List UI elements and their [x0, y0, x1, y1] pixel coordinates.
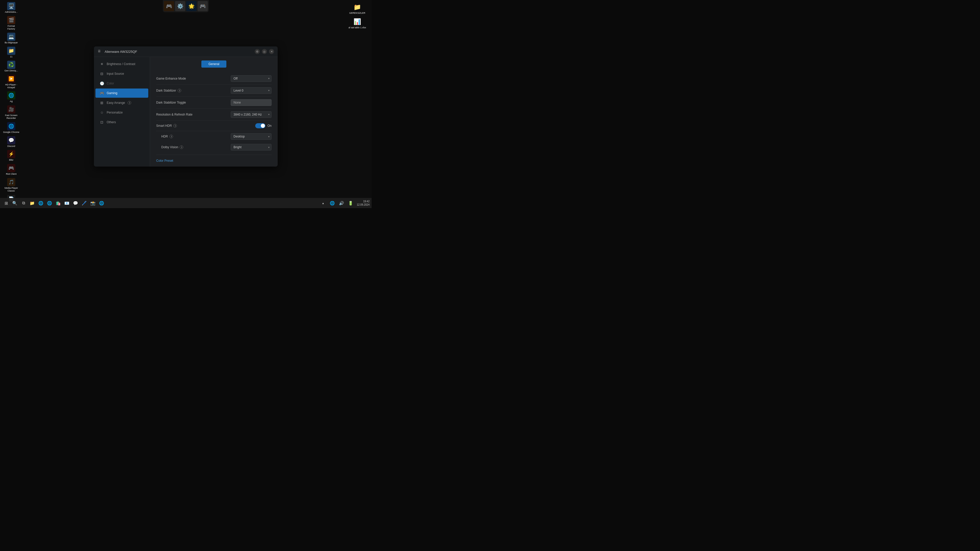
desktop-icon-discord[interactable]: 💬 Discord — [1, 135, 21, 149]
game-enhance-mode-dropdown[interactable]: Off FPS RTS RPG — [231, 75, 272, 82]
resolution-refresh-rate-label: Resolution & Refresh Rate — [156, 113, 192, 116]
taskbar-edge[interactable]: 🌐 — [37, 199, 45, 207]
resolution-refresh-rate-dropdown[interactable]: 3840 x 2160, 240 Hz 2560 x 1440, 240 Hz … — [231, 111, 272, 118]
close-button[interactable]: ✕ — [269, 49, 274, 54]
dark-stabilizer-toggle-row: Dark Stabilizer Toggle None — [156, 97, 272, 109]
desktop-icons-right: 📁 GEREKSİZLER 📊 al sat tablo 1.xlsx — [346, 0, 369, 32]
top-pinned-apps: 🎮 ⚙️ 🌟 🎮 — [163, 0, 209, 12]
clock-time: 19:42 — [357, 200, 369, 203]
search-taskbar-icon[interactable]: 🔍 — [11, 199, 19, 207]
tray-volume[interactable]: 🔊 — [337, 199, 345, 207]
hdr-info-icon[interactable]: ℹ — [169, 135, 173, 138]
hdr-dropdown[interactable]: Desktop Display HDR HDR Gaming — [231, 133, 272, 140]
dolby-vision-dropdown-wrapper: Bright Dark Vivid — [231, 144, 272, 151]
taskbar-chrome[interactable]: 🌐 — [45, 199, 54, 207]
info-button[interactable]: ◎ — [262, 49, 267, 54]
desktop-icon-al-sat[interactable]: 📊 al sat tablo 1.xlsx — [347, 17, 368, 30]
easy-arrange-info-icon[interactable]: ℹ — [127, 101, 131, 105]
clock-date: 12.09.2024 — [357, 203, 369, 206]
color-icon: 🕐 — [100, 81, 104, 86]
desktop-icon-geri-donusum[interactable]: ♻️ Geri Dönüş... — [1, 60, 21, 73]
resolution-refresh-rate-dropdown-wrapper: 3840 x 2160, 240 Hz 2560 x 1440, 240 Hz … — [231, 111, 272, 118]
sidebar-item-color: 🕐 Color — [95, 79, 148, 88]
desktop-icon-administrator[interactable]: 🖥️ Administra... — [1, 1, 21, 14]
sidebar-item-personalize[interactable]: ☆ Personalize — [95, 108, 148, 117]
dark-stabilizer-control: Level 0 Level 1 Level 2 Level 3 — [231, 87, 272, 94]
dark-stabilizer-row: Dark Stabilizer ℹ Level 0 Level 1 Level … — [156, 85, 272, 97]
personalize-icon: ☆ — [100, 110, 104, 114]
taskbar-explorer[interactable]: 📁 — [28, 199, 36, 207]
sidebar-item-others[interactable]: ⊡ Others — [95, 118, 148, 127]
desktop-icon-riot[interactable]: 🎮 Riot Client — [1, 163, 21, 176]
dark-stabilizer-toggle-value: None — [231, 99, 272, 106]
dialog-titlebar: 🖥 Alienware AW3225QF ⚙ ◎ ✕ — [94, 46, 278, 57]
resolution-refresh-rate-control: 3840 x 2160, 240 Hz 2560 x 1440, 240 Hz … — [231, 111, 272, 118]
taskbar-browser2[interactable]: 🌐 — [97, 199, 106, 207]
taskbar-screenshot[interactable]: 📸 — [89, 199, 97, 207]
tray-chevron[interactable]: ▲ — [319, 199, 327, 207]
settings-button[interactable]: ⚙ — [255, 49, 260, 54]
taskbar: ⊞ 🔍 ⧉ 📁 🌐 🌐 🛍️ 📧 💬 🖊️ 📸 🌐 ▲ 🌐 🔊 🔋 — [0, 198, 372, 208]
smart-hdr-toggle[interactable] — [255, 123, 266, 128]
smart-hdr-info-icon[interactable]: ℹ — [173, 124, 177, 127]
easy-arrange-icon: ⊞ — [100, 101, 104, 105]
dialog-title-left: 🖥 Alienware AW3225QF — [97, 49, 137, 54]
brightness-icon: ☀ — [100, 62, 104, 66]
desktop-icons-left: 🖥️ Administra... 🎬 FormatFactory 💻 Bu bi… — [0, 0, 25, 208]
sidebar-item-gaming[interactable]: 🎮 Gaming — [95, 89, 148, 98]
sidebar-item-brightness[interactable]: ☀ Brightness / Contrast — [95, 59, 148, 68]
taskbar-right: ▲ 🌐 🔊 🔋 19:42 12.09.2024 — [319, 199, 369, 207]
dialog-main-content: General Game Enhance Mode Off FPS RTS — [150, 57, 278, 167]
monitor-icon: 🖥 — [97, 49, 103, 54]
tray-network[interactable]: 🌐 — [328, 199, 336, 207]
desktop-icon-bu-bilgisayar[interactable]: 💻 Bu bilgisayar — [1, 32, 21, 45]
general-tab-button[interactable]: General — [201, 60, 227, 68]
task-view-icon[interactable]: ⧉ — [19, 199, 27, 207]
tray-battery[interactable]: 🔋 — [347, 199, 355, 207]
resolution-refresh-rate-row: Resolution & Refresh Rate 3840 x 2160, 2… — [156, 109, 272, 121]
taskbar-onenote[interactable]: 🖊️ — [80, 199, 88, 207]
desktop-icon-media-player[interactable]: 🎵 Media Player Classic — [1, 177, 21, 193]
desktop-icon-format-factory[interactable]: 🎬 FormatFactory — [1, 15, 21, 32]
game-enhance-mode-control: Off FPS RTS RPG — [231, 75, 272, 82]
sidebar-item-input-source[interactable]: ⊟ Input Source — [95, 69, 148, 78]
taskbar-mail[interactable]: 📧 — [63, 199, 71, 207]
desktop-icon-google-chrome[interactable]: 🌐 Google Chrome — [1, 121, 21, 135]
content-body: Game Enhance Mode Off FPS RTS RPG — [150, 70, 278, 167]
clock[interactable]: 19:42 12.09.2024 — [357, 200, 369, 206]
smart-hdr-row: Smart HDR ℹ On — [156, 121, 272, 131]
game-enhance-mode-row: Game Enhance Mode Off FPS RTS RPG — [156, 73, 272, 85]
taskbar-discord[interactable]: 💬 — [72, 199, 80, 207]
input-source-icon: ⊟ — [100, 72, 104, 76]
top-app-star-wars[interactable]: 🌟 — [186, 1, 197, 11]
dialog-body: ☀ Brightness / Contrast ⊟ Input Source 🕐… — [94, 57, 278, 167]
dark-stabilizer-dropdown[interactable]: Level 0 Level 1 Level 2 Level 3 — [231, 87, 272, 94]
hdr-label: HDR ℹ — [161, 135, 173, 138]
dolby-vision-control: Bright Dark Vivid — [231, 144, 272, 151]
game-enhance-mode-dropdown-wrapper: Off FPS RTS RPG — [231, 75, 272, 82]
dark-stabilizer-info-icon[interactable]: ℹ — [178, 89, 181, 92]
desktop-icon-gereksizler[interactable]: 📁 GEREKSİZLER — [347, 2, 368, 16]
pinned-apps: 📁 🌐 🌐 🛍️ 📧 💬 🖊️ 📸 🌐 — [28, 199, 106, 207]
smart-hdr-label: Smart HDR ℹ — [156, 124, 177, 127]
desktop-icon-eleven[interactable]: 📁 11 — [1, 46, 21, 59]
top-app-specopstb[interactable]: 🎮 — [197, 1, 208, 11]
desktop-icon-fast-screen[interactable]: 🎥 Fast Screen Recorder — [1, 104, 21, 121]
desktop-icon-ag[interactable]: 🌐 Ag — [1, 90, 21, 104]
top-app-counter-strike[interactable]: 🎮 — [164, 1, 174, 11]
dolby-vision-label: Dolby Vision ℹ — [161, 145, 183, 149]
color-preset-link[interactable]: Color Preset — [156, 157, 173, 165]
hdr-control: Desktop Display HDR HDR Gaming — [231, 133, 272, 140]
dolby-vision-info-icon[interactable]: ℹ — [180, 145, 183, 149]
sidebar-item-easy-arrange[interactable]: ⊞ Easy Arrange ℹ — [95, 98, 148, 107]
taskbar-store[interactable]: 🛍️ — [54, 199, 62, 207]
desktop-icon-blitz[interactable]: ⚡ Blitz — [1, 149, 21, 162]
gaming-icon: 🎮 — [100, 91, 104, 95]
dark-stabilizer-toggle-label: Dark Stabilizer Toggle — [156, 101, 186, 104]
dialog-controls: ⚙ ◎ ✕ — [255, 49, 274, 54]
desktop-icon-hd-player[interactable]: ▶️ HD-Player - Kinayel — [1, 74, 21, 90]
start-button[interactable]: ⊞ — [2, 199, 10, 207]
dialog-title: Alienware AW3225QF — [105, 49, 137, 53]
top-app-ghost[interactable]: ⚙️ — [175, 1, 185, 11]
dolby-vision-dropdown[interactable]: Bright Dark Vivid — [231, 144, 272, 151]
